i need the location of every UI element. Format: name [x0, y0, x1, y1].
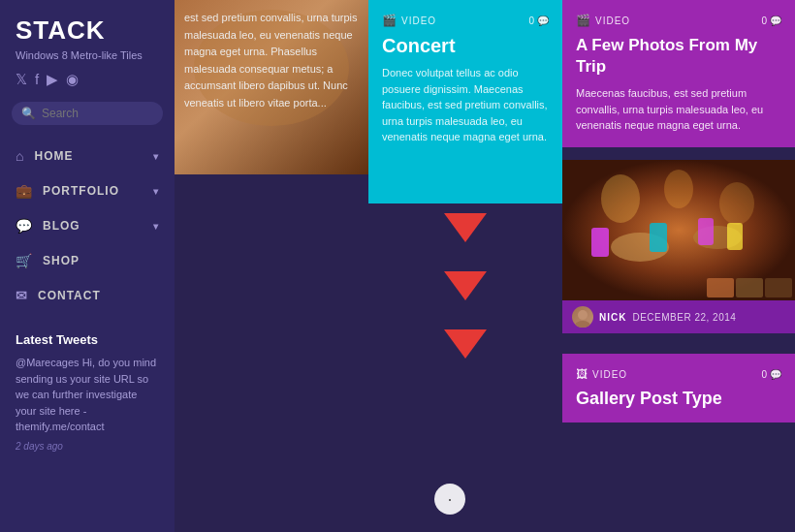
latest-tweets-section: Latest Tweets @Marecages Hi, do you mind… [0, 317, 175, 467]
youtube-icon[interactable]: ▶ [47, 71, 58, 88]
restaurant-card: NICK DECEMBER 22, 2014 [562, 160, 795, 333]
gallery-card-count: 0 💬 [761, 369, 781, 380]
author-avatar [572, 306, 593, 328]
thumbnail-strip [704, 275, 795, 300]
cart-icon: 🛒 [16, 253, 33, 268]
nav-label-home: HOME [34, 149, 73, 163]
comment-bubble-icon-3: 💬 [770, 369, 781, 380]
film-icon: 🎬 [382, 14, 398, 27]
nav-item-contact[interactable]: ✉ CONTACT [0, 278, 175, 313]
circle-button[interactable]: · [434, 484, 465, 515]
chevron-down-icon-3: ▾ [153, 221, 159, 232]
svg-point-14 [578, 310, 588, 320]
svg-point-8 [664, 170, 693, 208]
comment-bubble-icon-2: 💬 [770, 16, 781, 26]
facebook-icon[interactable]: f [35, 71, 39, 88]
search-input[interactable] [42, 107, 153, 120]
down-arrow-2 [444, 271, 487, 300]
thumbnail-1 [707, 278, 734, 297]
restaurant-image [562, 160, 795, 300]
gallery-count-value: 0 [761, 369, 767, 380]
nav-label-blog: BLOG [43, 219, 80, 233]
comment-icon: 💬 [16, 218, 33, 234]
search-icon: 🔍 [21, 107, 36, 120]
film-icon-2: 🎬 [576, 14, 591, 27]
rss-icon[interactable]: ◉ [66, 71, 79, 88]
nav-item-portfolio[interactable]: 💼 PORTFOLIO ▾ [0, 173, 175, 208]
author-name: NICK [599, 312, 626, 323]
svg-rect-12 [698, 218, 714, 245]
tweet-text: @Marecages Hi, do you mind sending us yo… [16, 355, 159, 435]
svg-rect-11 [650, 223, 667, 252]
svg-point-7 [601, 174, 640, 223]
down-arrow-3 [444, 329, 487, 359]
purple-top-card-header: 🎬 VIDEO 0 💬 [576, 14, 781, 27]
down-arrow-1 [444, 213, 487, 242]
social-icons-group: 𝕏 f ▶ ◉ [0, 71, 175, 102]
gallery-card-title: Gallery Post Type [576, 389, 781, 409]
sidebar: STACK Windows 8 Metro-like Tiles 𝕏 f ▶ ◉… [0, 0, 175, 532]
site-tagline: Windows 8 Metro-like Tiles [0, 49, 175, 71]
site-title: STACK [16, 16, 159, 46]
svg-point-15 [575, 321, 590, 328]
left-text-overlay: est sed pretium convallis, urna turpis m… [175, 0, 368, 122]
purple-top-card-description: Maecenas faucibus, est sed pretium conva… [576, 85, 781, 134]
chevron-down-icon: ▾ [153, 151, 159, 162]
nav-item-home[interactable]: ⌂ HOME ▾ [0, 139, 175, 173]
nav-label-shop: SHOP [43, 254, 80, 267]
nav-label-contact: CONTACT [38, 289, 101, 302]
thumbnail-2 [736, 278, 763, 297]
gallery-video-label: VIDEO [592, 369, 627, 380]
comment-bubble-icon: 💬 [537, 16, 549, 26]
search-box[interactable]: 🔍 [12, 102, 163, 125]
briefcase-icon: 💼 [16, 183, 33, 199]
purple-top-count-value: 0 [761, 16, 767, 26]
post-date: DECEMBER 22, 2014 [632, 312, 736, 323]
main-content: est sed pretium convallis, urna turpis m… [175, 0, 795, 532]
svg-point-9 [719, 182, 754, 225]
purple-top-card-title: A Few Photos From My Trip [576, 35, 781, 78]
card-meta: NICK DECEMBER 22, 2014 [562, 300, 795, 333]
arrows-area [368, 213, 562, 359]
cyan-card-title: Concert [382, 35, 549, 57]
cyan-card-description: Donec volutpat tellus ac odio posuere di… [382, 65, 549, 145]
chevron-down-icon-2: ▾ [153, 186, 159, 197]
avatar-svg [572, 306, 593, 328]
purple-top-card-label: 🎬 VIDEO [576, 14, 630, 27]
left-card-text: est sed pretium convallis, urna turpis m… [184, 12, 358, 109]
purple-top-video-label: VIDEO [595, 16, 630, 26]
cyan-video-card: 🎬 VIDEO 0 💬 Concert Donec volutpat tellu… [368, 0, 562, 203]
nav-label-portfolio: PORTFOLIO [43, 184, 119, 198]
film-icon-3: 🖼 [576, 367, 588, 381]
cyan-video-label: VIDEO [401, 16, 436, 26]
svg-rect-10 [591, 228, 609, 257]
nav-item-blog[interactable]: 💬 BLOG ▾ [0, 208, 175, 243]
envelope-icon: ✉ [16, 288, 28, 303]
tweet-time: 2 days ago [16, 441, 159, 452]
purple-top-card: 🎬 VIDEO 0 💬 A Few Photos From My Trip Ma… [562, 0, 795, 147]
cyan-card-count: 0 💬 [528, 16, 549, 26]
latest-tweets-title: Latest Tweets [16, 332, 159, 347]
purple-top-card-count: 0 💬 [761, 16, 781, 26]
cyan-card-header: 🎬 VIDEO 0 💬 [382, 14, 549, 27]
thumbnail-3 [765, 278, 792, 297]
home-icon: ⌂ [16, 148, 24, 164]
logo-area: STACK [0, 16, 175, 49]
nav-item-shop[interactable]: 🛒 SHOP [0, 243, 175, 278]
cyan-card-label: 🎬 VIDEO [382, 14, 436, 27]
twitter-icon[interactable]: 𝕏 [16, 71, 27, 88]
svg-rect-13 [727, 223, 743, 250]
cyan-count-value: 0 [528, 16, 534, 26]
gallery-card: 🖼 VIDEO 0 💬 Gallery Post Type [562, 354, 795, 422]
gallery-card-header: 🖼 VIDEO 0 💬 [576, 367, 781, 381]
gallery-card-label: 🖼 VIDEO [576, 367, 627, 381]
